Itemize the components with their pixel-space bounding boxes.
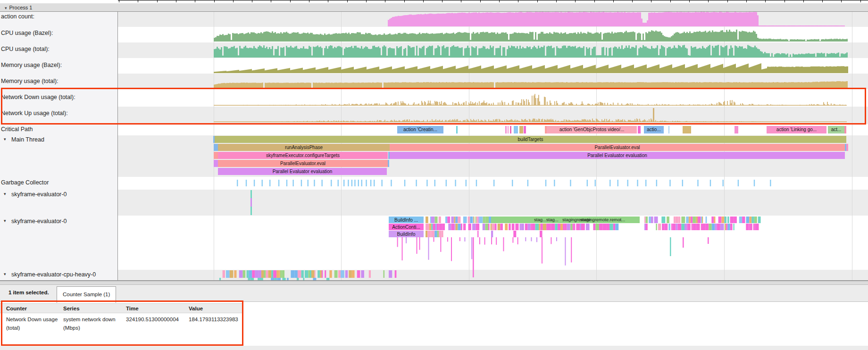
counter-histogram-network-down-usage-total-[interactable] [214, 94, 847, 106]
gc-tick-marks[interactable] [237, 180, 771, 186]
evaluator-mark[interactable] [250, 190, 252, 215]
counter-histogram-cpu-usage-bazel-[interactable] [214, 30, 848, 42]
trace-slice-runanalysisphase[interactable]: runAnalysisPhase [218, 144, 390, 151]
table-header-series: Series [63, 304, 122, 313]
sidebar-track-label-9[interactable]: Garbage Collector [0, 179, 117, 187]
trace-slice[interactable] [388, 160, 389, 167]
tab-counter-sample[interactable]: Counter Sample (1) [57, 286, 116, 303]
selection-status: 1 item selected. [8, 290, 49, 295]
slice-overlap-label: stagingremote.remot... [580, 217, 625, 222]
counter-histogram-memory-usage-total-[interactable] [214, 81, 848, 89]
ruler-tick [404, 0, 405, 2]
sidebar-track-label-10[interactable]: ▾skyframe-evaluator-0 [0, 191, 117, 199]
trace-slice[interactable] [734, 126, 738, 133]
trace-slice[interactable] [456, 126, 458, 133]
table-cell[interactable]: 184.1793113323983 [189, 315, 241, 324]
trace-slice-parallel-evaluator-evaluation[interactable]: Parallel Evaluator evaluation [390, 152, 845, 159]
details-panel: 1 item selected. Counter Sample (1) Coun… [0, 285, 868, 350]
sidebar-track-label-7[interactable]: Critical Path [0, 126, 117, 133]
trace-slice-action-genobjcprotos-video-[interactable]: action 'GenObjcProtos video/... [547, 126, 637, 133]
ruler-tick [290, 0, 291, 2]
trace-slice-actionconti-[interactable]: ActionConti... [389, 224, 424, 230]
track-label-text: Memory usage (Bazel): [1, 62, 62, 68]
expand-triangle-icon[interactable]: ▾ [4, 272, 6, 276]
trace-slice[interactable] [510, 126, 511, 133]
table-cell[interactable]: system network down (Mbps) [63, 315, 122, 332]
trace-slice[interactable] [846, 144, 848, 151]
ruler-tick [613, 0, 614, 2]
sidebar-track-label-1[interactable]: CPU usage (Bazel): [0, 30, 117, 37]
ruler-tick [841, 0, 842, 2]
sidebar-track-label-2[interactable]: CPU usage (total): [0, 46, 117, 53]
ruler-tick [328, 0, 328, 2]
trace-slice-action-linking-go-[interactable]: action 'Linking go... [767, 126, 826, 133]
panel-splitter[interactable] [0, 280, 868, 285]
process-title: Process 1 [9, 5, 33, 10]
track-label-text: skyframe-evaluator-cpu-heavy-0 [11, 271, 96, 278]
sidebar-track-label-5[interactable]: Network Down usage (total): [0, 94, 117, 101]
trace-slice[interactable] [214, 144, 218, 151]
table-cell[interactable]: Network Down usage (total) [6, 315, 59, 332]
trace-slice[interactable] [214, 160, 218, 167]
trace-slice-parallelevaluator-eval[interactable]: ParallelEvaluator.eval [390, 144, 845, 151]
ruler-tick [765, 0, 766, 2]
trace-slice[interactable] [844, 126, 846, 133]
trace-slice[interactable] [519, 126, 523, 133]
trace-slice[interactable] [508, 126, 509, 133]
trace-slice-buildtargets[interactable]: buildTargets [215, 136, 846, 143]
timeline-tracks[interactable]: buildTargetsrunAnalysisPhaseParallelEval… [0, 12, 868, 280]
expand-triangle-icon[interactable]: ▾ [4, 192, 6, 196]
trace-slice[interactable] [214, 152, 218, 159]
sidebar-track-label-12[interactable]: ▾skyframe-evaluator-cpu-heavy-0 [0, 271, 117, 279]
trace-slice[interactable] [668, 126, 669, 133]
table-header-counter: Counter [6, 304, 59, 313]
counter-histogram-memory-usage-bazel-[interactable] [214, 63, 848, 73]
slice-chips[interactable] [219, 217, 761, 280]
expand-triangle-icon[interactable]: ▾ [4, 137, 6, 142]
sidebar-track-label-0[interactable]: action count: [0, 13, 117, 21]
trace-slice-buildinfo[interactable]: BuildInfo [389, 231, 424, 237]
trace-slice-actio-[interactable]: actio... [644, 126, 664, 133]
track-label-text: Critical Path [1, 126, 33, 133]
ruler-tick [461, 0, 461, 2]
trace-slice-action-creatin-[interactable]: action 'Creatin... [397, 126, 443, 133]
table-header-time: Time [126, 304, 184, 313]
ruler-tick [785, 0, 785, 2]
trace-slice[interactable] [638, 126, 641, 133]
trace-slice[interactable] [505, 126, 507, 133]
sidebar-track-label-6[interactable]: Network Up usage (total): [0, 110, 117, 117]
sidebar-track-label-11[interactable]: ▾skyframe-evaluator-0 [0, 218, 117, 225]
ruler-tick [537, 0, 538, 2]
process-header[interactable]: ▾Process 1 [0, 3, 868, 12]
ruler-tick [556, 0, 557, 2]
ruler-tick [499, 0, 500, 2]
ruler-tick [860, 0, 861, 2]
trace-slice-act-[interactable]: act... [828, 126, 844, 133]
sidebar-track-label-4[interactable]: Memory usage (total): [0, 78, 117, 85]
counter-histogram-action-count[interactable] [388, 12, 845, 26]
expand-triangle-icon[interactable]: ▾ [4, 218, 6, 223]
ruler-tick [271, 0, 271, 2]
ruler-tick [138, 0, 138, 2]
trace-slice[interactable] [514, 126, 518, 133]
trace-slice[interactable] [683, 126, 691, 133]
table-header-value: Value [189, 304, 241, 313]
ruler-tick [233, 0, 234, 2]
trace-slice-parallelevaluator-eval[interactable]: ParallelEvaluator.eval [218, 160, 388, 167]
trace-slice-buildinfo-[interactable]: BuildInfo ... [389, 217, 424, 223]
counter-histogram-cpu-usage-total-[interactable] [214, 45, 848, 58]
timeline-ruler[interactable] [0, 0, 868, 3]
ruler-tick [727, 0, 728, 2]
table-cell[interactable]: 324190.51300000004 [126, 315, 184, 324]
counter-histogram-network-up-usage-total-[interactable] [214, 108, 847, 122]
ruler-tick [423, 0, 424, 2]
sidebar-track-label-3[interactable]: Memory usage (Bazel): [0, 62, 117, 69]
track-label-text: skyframe-evaluator-0 [11, 191, 67, 198]
trace-slice-skyframeexecutor-configuretargets[interactable]: skyframeExecutor.configureTargets [218, 152, 388, 159]
track-label-text: Memory usage (total): [1, 78, 58, 84]
sidebar-track-label-8[interactable]: ▾Main Thread [0, 136, 117, 144]
trace-slice[interactable] [524, 126, 526, 133]
ruler-tick [518, 0, 518, 2]
details-tabbar: 1 item selected. Counter Sample (1) [0, 285, 868, 302]
trace-slice-parallel-evaluator-evaluation[interactable]: Parallel Evaluator evaluation [218, 168, 387, 175]
